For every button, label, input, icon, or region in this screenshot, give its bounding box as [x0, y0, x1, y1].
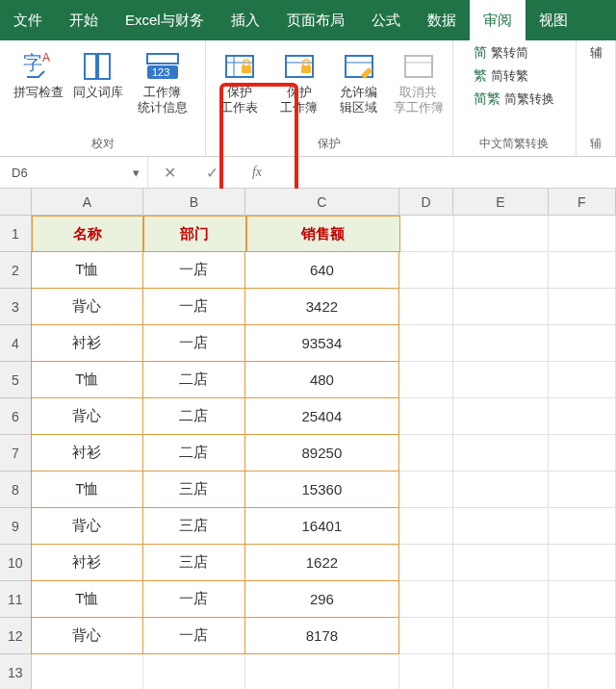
row-header[interactable]: 7 — [0, 435, 32, 472]
cell[interactable]: 一店 — [142, 617, 245, 654]
cell[interactable] — [245, 654, 399, 689]
cell[interactable] — [399, 618, 454, 654]
col-header-C[interactable]: C — [245, 189, 399, 216]
cell[interactable] — [549, 398, 616, 435]
traditional-to-simplified-button[interactable]: 繁简转繁 — [474, 67, 554, 85]
protect-workbook-button[interactable]: 保护 工作簿 — [270, 44, 329, 115]
cell[interactable] — [549, 216, 616, 252]
cell[interactable]: 25404 — [244, 397, 399, 435]
tab-视图[interactable]: 视图 — [526, 0, 581, 40]
row-header[interactable]: 13 — [0, 654, 32, 689]
cell[interactable] — [549, 289, 616, 325]
row-header[interactable]: 11 — [0, 581, 32, 618]
cell[interactable]: 一店 — [142, 324, 245, 362]
tab-审阅[interactable]: 审阅 — [470, 0, 526, 40]
cell[interactable]: 三店 — [142, 507, 245, 545]
col-header-A[interactable]: A — [32, 189, 143, 216]
col-header-D[interactable]: D — [399, 189, 454, 216]
cell[interactable]: 二店 — [142, 397, 245, 435]
tab-页面布局[interactable]: 页面布局 — [273, 0, 358, 40]
cell[interactable] — [453, 252, 548, 289]
cell[interactable] — [400, 216, 454, 252]
cell[interactable] — [453, 581, 548, 618]
cell[interactable]: 衬衫 — [31, 434, 143, 472]
cell[interactable]: 8178 — [244, 617, 399, 654]
cell[interactable] — [453, 362, 548, 398]
row-header[interactable]: 4 — [0, 325, 32, 362]
cell[interactable]: 93534 — [244, 324, 399, 362]
cell[interactable]: 89250 — [244, 434, 399, 472]
cell[interactable] — [32, 654, 143, 689]
tab-数据[interactable]: 数据 — [414, 0, 470, 40]
row-header[interactable]: 12 — [0, 618, 32, 654]
cell[interactable]: 衬衫 — [31, 324, 143, 362]
cell[interactable]: 3422 — [244, 288, 399, 325]
accessibility-button[interactable]: 辅 — [590, 44, 603, 62]
cell[interactable] — [453, 398, 548, 435]
cell[interactable]: T恤 — [31, 580, 143, 618]
cell[interactable]: 背心 — [31, 288, 143, 325]
tab-文件[interactable]: 文件 — [0, 0, 56, 40]
cell[interactable] — [549, 362, 616, 398]
cell[interactable] — [453, 618, 548, 654]
protect-sheet-button[interactable]: 保护 工作表 — [210, 44, 270, 115]
name-box-dropdown-icon[interactable]: ▾ — [125, 166, 147, 180]
cell[interactable]: 二店 — [142, 361, 245, 398]
cancel-formula-icon[interactable]: ✕ — [148, 164, 191, 182]
fx-icon[interactable]: fx — [246, 165, 262, 180]
cell[interactable] — [453, 325, 548, 362]
cell[interactable] — [399, 289, 454, 325]
workbook-stats-button[interactable]: 123 工作簿 统计信息 — [128, 44, 197, 115]
cell[interactable]: 衬衫 — [31, 544, 143, 581]
spellcheck-button[interactable]: 字A 拼写检查 — [9, 44, 68, 100]
col-header-B[interactable]: B — [143, 189, 245, 216]
tab-开始[interactable]: 开始 — [56, 0, 112, 40]
cell[interactable] — [454, 216, 549, 252]
cell[interactable] — [453, 654, 548, 689]
name-box[interactable]: D6 — [0, 166, 125, 180]
cell[interactable]: 15360 — [244, 471, 399, 508]
cell[interactable] — [549, 654, 616, 689]
cell[interactable]: 一店 — [142, 580, 245, 618]
cell[interactable] — [549, 508, 616, 545]
simplified-to-traditional-button[interactable]: 简繁转简 — [474, 44, 554, 62]
cell[interactable]: 背心 — [31, 617, 143, 654]
cell[interactable] — [549, 545, 616, 581]
cell[interactable] — [453, 289, 548, 325]
cell[interactable] — [143, 654, 245, 689]
chinese-conversion-button[interactable]: 简繁简繁转换 — [474, 90, 554, 108]
cell[interactable] — [399, 545, 454, 581]
cell[interactable] — [549, 435, 616, 472]
allow-edit-ranges-button[interactable]: 允许编 辑区域 — [329, 44, 389, 115]
cell[interactable] — [399, 325, 454, 362]
cell[interactable] — [399, 398, 454, 435]
cell[interactable] — [399, 362, 454, 398]
cell[interactable] — [399, 435, 454, 472]
col-header-F[interactable]: F — [549, 189, 616, 216]
cell[interactable] — [453, 435, 548, 472]
row-header[interactable]: 3 — [0, 289, 32, 325]
cell[interactable] — [399, 472, 454, 508]
cell[interactable] — [399, 508, 454, 545]
cell[interactable]: 296 — [244, 580, 399, 618]
cell[interactable]: 背心 — [31, 397, 143, 435]
thesaurus-button[interactable]: 同义词库 — [68, 44, 128, 100]
tab-公式[interactable]: 公式 — [358, 0, 414, 40]
cell[interactable]: T恤 — [31, 471, 143, 508]
cell[interactable]: 销售额 — [246, 216, 400, 252]
cell[interactable] — [453, 508, 548, 545]
row-header[interactable]: 6 — [0, 398, 32, 435]
cell[interactable] — [549, 581, 616, 618]
unshare-workbook-button[interactable]: 取消共 享工作簿 — [389, 44, 449, 115]
cell[interactable]: 一店 — [142, 251, 245, 289]
cell[interactable]: 480 — [244, 361, 399, 398]
tab-插入[interactable]: 插入 — [218, 0, 273, 40]
cell[interactable]: 一店 — [142, 288, 245, 325]
row-header[interactable]: 5 — [0, 362, 32, 398]
cell[interactable]: 部门 — [143, 216, 246, 252]
row-header[interactable]: 10 — [0, 545, 32, 581]
cell[interactable] — [453, 472, 548, 508]
cell[interactable]: 16401 — [244, 507, 399, 545]
cell[interactable] — [549, 252, 616, 289]
row-header[interactable]: 9 — [0, 508, 32, 545]
